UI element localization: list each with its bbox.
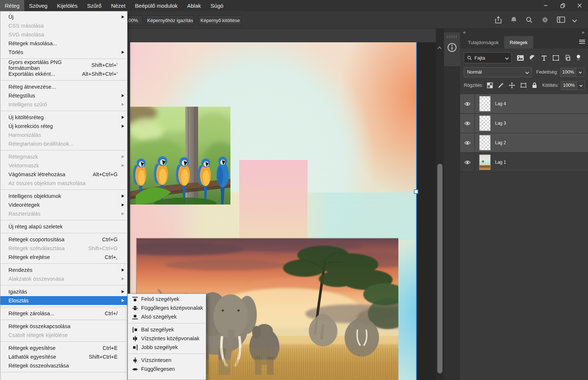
info-icon[interactable] [447,42,458,53]
menu-item[interactable]: CSS másolása [0,21,127,30]
lock-pixels-icon[interactable] [498,82,504,89]
transform-handle[interactable] [414,189,418,194]
layer-filter-dropdown[interactable]: Fajta [464,52,512,63]
menu-item[interactable]: Rendezés [0,266,127,274]
lightbulb-icon[interactable] [541,15,549,24]
submenu-item[interactable]: Jobb szegélyek [128,343,206,352]
menu-item[interactable]: Réteg átnevezése... [0,82,127,91]
submenu-item[interactable]: Vízszintes középvonalak [128,334,206,343]
submenu-item[interactable]: Függőleges középvonalak [128,303,206,312]
close-button[interactable] [571,0,588,11]
menu-item[interactable]: Rétegtartalom-beállítások... [0,139,127,148]
menu-item[interactable]: Raszterizálás [0,209,127,218]
submenu-item[interactable]: Bal szegélyek [128,325,206,334]
menu-item[interactable]: Új [0,13,127,21]
menubar-item[interactable]: Szűrő [82,0,106,11]
visibility-toggle[interactable] [460,133,475,152]
pink-rectangle-layer[interactable] [239,160,308,238]
menu-item[interactable]: Harmonizálás [0,131,127,139]
lock-all-icon[interactable] [532,82,537,89]
layer-row[interactable]: Lag 1 [460,153,588,172]
menu-item[interactable]: Törlés [0,48,127,57]
share-icon[interactable] [494,16,502,24]
scrollbar-thumb[interactable] [437,164,442,373]
menu-item[interactable]: Csatolt rétegek kijelölése [0,331,127,340]
menu-item[interactable]: Rétegstílus [0,91,127,100]
bell-icon[interactable] [510,16,518,24]
menu-item[interactable]: Új kitöltésréteg [0,113,127,122]
menu-item[interactable]: Rétegek összekapcsolása [0,322,127,331]
menu-item[interactable]: Rétegek elrejtése Ctrl+, [0,253,127,262]
scroll-up-icon[interactable] [437,46,441,50]
menubar-item[interactable]: Súgó [206,0,228,11]
menu-item[interactable]: Láthatók egyesítése Shift+Ctrl+E [0,352,127,361]
filter-toggle-icon[interactable] [576,54,581,61]
menu-item[interactable]: Elosztás [0,296,127,305]
lock-position-icon[interactable] [509,82,515,89]
menu-item[interactable]: Rétegek zárolása... Ctrl+/ [0,309,127,318]
menu-item[interactable]: Igazítás [0,287,127,296]
pixel-layer-icon[interactable] [517,55,524,61]
fit-screen-button[interactable]: Képernyőhöz igazítás [146,15,194,25]
menu-item[interactable]: Exportálás ekként... Alt+Shift+Ctrl+' [0,70,127,78]
vertical-scrollbar[interactable] [436,29,444,380]
submenu-item[interactable]: Függőlegesen [128,365,206,373]
expand-panels-icon[interactable] [582,29,584,35]
layer-row[interactable]: Lag 4 [460,94,588,114]
layer-thumbnail[interactable] [479,116,491,131]
submenu-item[interactable]: Felső szegélyek [128,295,206,303]
menu-item[interactable]: Rétegek csoportosítása Ctrl+G [0,235,127,244]
minimize-button[interactable] [537,0,554,11]
menu-item[interactable]: Rétegek egyesítése Ctrl+E [0,344,127,352]
menu-item[interactable]: Vágómaszk létrehozása Alt+Ctrl+G [0,170,127,179]
menu-item[interactable]: Új réteg alapú szeletek [0,222,127,231]
adjustment-layer-icon[interactable] [529,54,536,61]
visibility-toggle[interactable] [460,153,475,172]
lock-transparency-icon[interactable] [487,82,493,88]
fill-value[interactable]: 100% [561,81,577,90]
menubar-item[interactable]: Ablak [182,0,206,11]
parrots-photo-layer[interactable] [130,107,230,205]
layer-row[interactable]: Lag 2 [460,133,588,153]
tab-properties[interactable]: Tulajdonságok [462,36,504,49]
menu-item[interactable]: Rétegek másolása... [0,39,127,48]
fill-screen-button[interactable]: Képernyő kitöltése [198,15,242,25]
menu-item[interactable]: Rétegmaszk [0,152,127,161]
panel-menu-icon[interactable] [579,40,585,44]
menu-item[interactable]: Intelligens szűrő [0,100,127,109]
menu-item[interactable]: Alakzatok összevonása [0,274,127,283]
smart-object-icon[interactable] [564,54,571,61]
submenu-item[interactable]: Vízszintesen [128,356,206,365]
type-layer-icon[interactable] [541,55,547,61]
info-panel-collapsed[interactable] [444,32,460,66]
layer-thumbnail[interactable] [479,155,491,170]
menu-item[interactable]: Új korrekciós réteg [0,122,127,131]
layer-row[interactable]: Lag 3 [460,114,588,133]
menubar-item[interactable]: Kijelölés [52,0,82,11]
blend-mode-dropdown[interactable]: Normál [464,67,532,77]
menubar-item[interactable]: Réteg [0,0,24,11]
tab-layers[interactable]: Rétegek [504,36,533,49]
layer-thumbnail[interactable] [479,96,491,111]
collapse-panels-icon[interactable] [463,29,466,35]
visibility-toggle[interactable] [460,114,475,133]
menubar-item[interactable]: Szöveg [24,0,52,11]
restore-button[interactable] [554,0,571,11]
menu-item[interactable]: Rétegek szétválasztása Shift+Ctrl+G [0,244,127,253]
submenu-item[interactable]: Alsó szegélyek [128,312,206,321]
visibility-toggle[interactable] [460,94,475,113]
menu-item[interactable]: Vektormaszk [0,161,127,170]
fill-dropdown-button[interactable] [577,81,585,90]
menu-item[interactable]: Intelligens objektumok [0,192,127,200]
layer-thumbnail[interactable] [479,135,491,150]
workspace-icon[interactable] [557,16,566,24]
menu-item[interactable]: Rétegek összeolvasztása [0,361,127,370]
search-icon[interactable] [525,16,533,24]
menubar-item[interactable]: Beépülő modulok [130,0,182,11]
opacity-value[interactable]: 100% [560,68,576,77]
menu-item[interactable]: Videorétegek [0,200,127,209]
menu-item[interactable]: Az összes objektum maszkolása [0,179,127,188]
chevron-down-icon[interactable] [572,18,577,22]
opacity-dropdown-button[interactable] [576,68,584,77]
menu-item[interactable]: SVG másolása [0,30,127,39]
